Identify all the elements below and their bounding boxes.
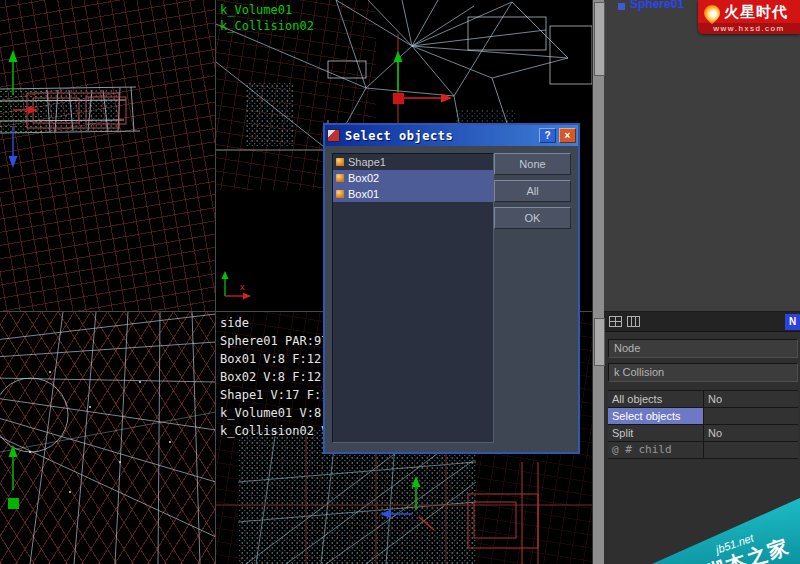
node-name-field[interactable]: k Collision	[608, 363, 798, 382]
row-label-selected[interactable]: Select objects	[608, 408, 704, 424]
viewport-top-left[interactable]	[0, 0, 216, 312]
object-list[interactable]: Shape1 Box02 Box01	[332, 153, 494, 443]
table-row[interactable]: Split No	[608, 425, 798, 442]
dialog-titlebar[interactable]: Select objects ? ×	[325, 125, 578, 146]
ok-button[interactable]: OK	[494, 207, 571, 229]
viewport-bottom-left[interactable]	[0, 312, 216, 564]
object-icon	[336, 158, 344, 166]
scene-node-label[interactable]: Sphere01	[630, 0, 684, 11]
logo-url: www.hxsd.com	[698, 23, 800, 34]
stat-line: Shape1 V:17 F:1	[220, 386, 328, 404]
stat-line: Box02 V:8 F:12	[220, 368, 328, 386]
scrollbar-thumb[interactable]	[594, 2, 605, 76]
flame-icon	[701, 1, 724, 24]
scrollbar-thumb[interactable]	[594, 318, 605, 366]
application-window: x k_Volume01 k_Collision02	[0, 0, 800, 564]
table-row[interactable]: All objects No	[608, 391, 798, 408]
panel-scrollbar[interactable]	[592, 0, 604, 564]
property-table: All objects No Select objects Split No @…	[608, 390, 798, 459]
object-name: Box02	[348, 172, 379, 184]
row-value[interactable]	[704, 442, 798, 458]
stat-line: Box01 V:8 F:12	[220, 350, 328, 368]
list-item-selected[interactable]: Box01	[333, 186, 493, 202]
dialog-body: Shape1 Box02 Box01 None All OK	[325, 146, 578, 452]
row-value[interactable]: No	[704, 425, 798, 441]
dialog-title: Select objects	[343, 129, 536, 143]
selected-box-outlines	[468, 462, 538, 564]
select-objects-dialog: Select objects ? × Shape1 Box02 Box01	[323, 123, 580, 454]
object-label-volume: k_Volume01	[220, 2, 314, 18]
object-name: Shape1	[348, 156, 386, 168]
none-button[interactable]: None	[494, 153, 571, 175]
columns-view-icon[interactable]	[627, 316, 640, 327]
axis-x-label: x	[240, 282, 245, 292]
table-row[interactable]: @ # child	[608, 442, 798, 459]
tab-node[interactable]: N	[785, 314, 800, 330]
dialog-buttons: None All OK	[494, 153, 571, 229]
close-button[interactable]: ×	[559, 128, 576, 143]
stat-line: k_Collision02 V	[220, 422, 328, 440]
object-label-collision: k_Collision02	[220, 18, 314, 34]
schematic-view[interactable]: Sphere01	[604, 0, 800, 312]
table-row[interactable]: Select objects	[608, 408, 798, 425]
all-button[interactable]: All	[494, 180, 571, 202]
viewport-axis-indicator: x	[222, 271, 252, 300]
object-name: Box01	[348, 188, 379, 200]
list-item[interactable]: Shape1	[333, 154, 493, 170]
viewport-name-label: side	[220, 314, 328, 332]
dialog-icon	[327, 129, 340, 142]
logo-title: 火星时代	[724, 3, 788, 22]
wireframe-bottom-left	[0, 312, 216, 564]
site-logo: 火星时代 www.hxsd.com	[698, 0, 800, 34]
row-value[interactable]: No	[704, 391, 798, 407]
node-icon	[618, 3, 625, 10]
right-panel: Sphere01 N Node k Collision All objects …	[604, 0, 800, 564]
node-type-field[interactable]: Node	[608, 339, 798, 358]
row-label: @ # child	[608, 442, 704, 458]
table-view-icon[interactable]	[609, 316, 622, 327]
stat-line: Sphere01 PAR:97	[220, 332, 328, 350]
row-label: Split	[608, 425, 704, 441]
object-icon	[336, 174, 344, 182]
inspector-toolbar: N	[604, 312, 800, 332]
row-label: All objects	[608, 391, 704, 407]
object-icon	[336, 190, 344, 198]
viewport-stats: side Sphere01 PAR:97 Box01 V:8 F:12 Box0…	[220, 314, 328, 440]
wireframe-top-left	[0, 0, 216, 312]
row-value[interactable]	[704, 408, 798, 424]
list-item-selected[interactable]: Box02	[333, 170, 493, 186]
stat-line: k_Volume01 V:8	[220, 404, 328, 422]
help-button[interactable]: ?	[539, 128, 556, 143]
axis-gizmo	[8, 445, 19, 509]
